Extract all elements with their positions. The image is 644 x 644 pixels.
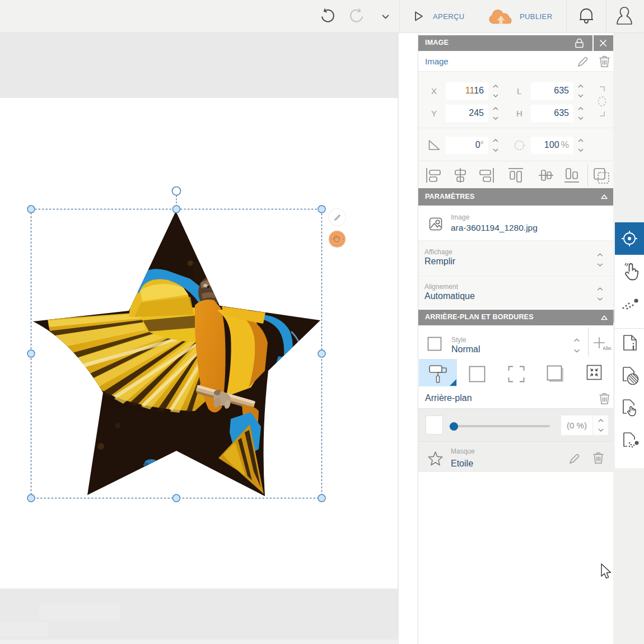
svg-text:Abc: Abc [603, 346, 612, 351]
